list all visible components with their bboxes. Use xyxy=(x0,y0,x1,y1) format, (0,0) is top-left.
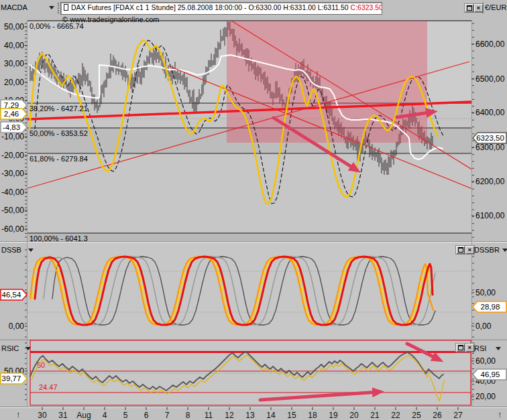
restore-icon xyxy=(458,247,463,253)
indicator-dropdown-label: RSI xyxy=(474,344,486,352)
rsi-level-label: 24.47 xyxy=(39,383,58,391)
x-axis-label: 6 xyxy=(144,411,149,420)
trading-app-window: { "panel1": { "left_indicator": "MACDA",… xyxy=(0,0,507,420)
axis-label: -10,00 xyxy=(1,132,24,141)
fib-label: 38,20% - 6427.21 xyxy=(30,104,88,113)
fib-label: 61,80% - 6279.84 xyxy=(30,155,88,163)
axis-label: 20,00 xyxy=(4,78,24,87)
restore-button[interactable] xyxy=(455,343,465,352)
value-callout-rsi: 46,95 xyxy=(473,369,506,380)
svg-text:6323,50: 6323,50 xyxy=(476,134,504,142)
x-axis-label: 26 xyxy=(433,411,442,420)
chevron-down-icon xyxy=(25,347,31,353)
axis-label: -30,00 xyxy=(1,169,24,178)
x-axis-label: 7 xyxy=(165,411,170,420)
chevron-down-icon xyxy=(496,347,501,353)
indicator-dropdown-label: DSSBR xyxy=(474,246,500,254)
indicator-dropdown-macda[interactable]: MACDA xyxy=(1,3,54,12)
x-axis-label: 21 xyxy=(370,411,380,420)
main-panel-header: MACDA DAX Futures [FDAX c1 1 Stunde] 25.… xyxy=(0,0,507,16)
close-button[interactable]: × xyxy=(465,245,475,255)
close-icon: × xyxy=(468,345,471,351)
close-button[interactable]: × xyxy=(465,343,475,352)
scroll-arrow-left[interactable]: ↑ xyxy=(16,409,21,419)
scale-dropdown-label: €/EUR xyxy=(485,3,506,11)
x-axis-label: 14 xyxy=(266,411,276,420)
x-axis-label: 12 xyxy=(225,411,234,420)
x-axis-label: 8 xyxy=(186,411,190,420)
value-callout-rsic: 39,77 xyxy=(1,373,27,384)
x-axis-label: 4 xyxy=(103,411,107,420)
chevron-down-icon xyxy=(28,249,34,255)
axis-label: 50,00 xyxy=(4,22,24,31)
axis-label: 6600,00 xyxy=(475,40,505,49)
restore-icon xyxy=(467,5,472,11)
rsi-panel-header: RSIC × RSI xyxy=(0,342,507,355)
plot-band xyxy=(27,233,471,241)
x-axis-label: 19 xyxy=(329,411,338,420)
indicator-dropdown-label: MACDA xyxy=(1,3,27,11)
x-axis: 3031Aug4567811121314151819202122252627 xyxy=(38,407,463,420)
x-axis-label: 15 xyxy=(287,411,296,420)
axis-label: -60,00 xyxy=(1,224,24,234)
chevron-down-icon xyxy=(49,6,54,12)
price-axis-labels: 6600,006500,006400,006300,006200,006100,… xyxy=(471,40,505,220)
axis-label: 6400,00 xyxy=(475,108,505,117)
svg-text:46,54: 46,54 xyxy=(2,291,21,299)
x-axis-label: 5 xyxy=(123,411,128,420)
svg-text:2,46: 2,46 xyxy=(4,110,19,118)
axis-label: 6500,00 xyxy=(475,74,505,84)
axis-label: 6300,00 xyxy=(475,143,505,152)
axis-label: -20,00 xyxy=(1,151,24,160)
right-axis-minor-ticks xyxy=(472,23,474,237)
x-axis-label: 11 xyxy=(205,411,213,420)
axis-label: 0,00 xyxy=(475,322,492,331)
instrument-icon xyxy=(64,4,68,11)
close-icon: × xyxy=(477,5,480,11)
svg-text:-4,83: -4,83 xyxy=(3,123,20,131)
value-callout-macd: 2,46 xyxy=(1,109,27,119)
dssb-right-ticks xyxy=(472,250,474,337)
svg-text:46,95: 46,95 xyxy=(481,370,500,378)
value-callout-dssbr: 28,98 xyxy=(473,301,506,312)
scale-dropdown-eur[interactable]: €/EUR xyxy=(485,3,506,12)
chart-title-box: DAX Futures [FDAX c1 1 Stunde] 25.08.200… xyxy=(60,2,382,15)
restore-icon xyxy=(458,345,463,350)
indicator-dropdown-label: DSSB xyxy=(1,246,21,254)
svg-text:7,29: 7,29 xyxy=(4,101,19,109)
copyright: © www.tradesignalonline.com xyxy=(62,15,159,23)
highlight-region xyxy=(227,21,427,143)
restore-button[interactable] xyxy=(455,245,465,255)
indicator-dropdown-rsic[interactable]: RSIC xyxy=(1,344,31,353)
indicator-dropdown-rsi[interactable]: RSI xyxy=(474,344,501,353)
dssb-panel-header: DSSB × DSSBR xyxy=(0,243,507,257)
axis-label: 50,00 xyxy=(475,288,496,297)
chart-close-value: C:6323.50 xyxy=(351,3,382,11)
axis-label: 30,00 xyxy=(4,59,24,68)
value-callout-macd: -4,83 xyxy=(1,122,27,133)
value-callout-dssb: 46,54 xyxy=(1,289,27,300)
x-axis-label: 30 xyxy=(38,411,47,420)
x-axis-label: 31 xyxy=(58,411,68,420)
axis-label: 20,00 xyxy=(475,392,496,401)
chevron-down-icon xyxy=(502,249,507,255)
x-axis-label: 18 xyxy=(308,411,317,420)
svg-text:28,98: 28,98 xyxy=(481,303,500,311)
left-axis-minor-ticks xyxy=(25,23,27,237)
axis-label: -50,00 xyxy=(1,206,24,215)
x-axis-label: 20 xyxy=(349,411,359,420)
axis-label: 0,00 xyxy=(9,322,25,331)
plot-band xyxy=(27,153,471,233)
indicator-dropdown-dssb[interactable]: DSSB xyxy=(1,245,34,255)
restore-button[interactable] xyxy=(464,3,474,13)
fib-label: 100,00% - 6041.3 xyxy=(30,234,88,242)
axis-label: 60,00 xyxy=(475,356,496,366)
scroll-arrow-right[interactable]: ↑ xyxy=(498,409,502,419)
x-axis-label: 22 xyxy=(391,411,400,420)
x-axis-label: Aug xyxy=(76,411,91,420)
axis-label: 6200,00 xyxy=(475,177,505,186)
close-icon: × xyxy=(468,247,471,253)
svg-text:39,77: 39,77 xyxy=(2,374,21,382)
indicator-dropdown-dssbr[interactable]: DSSBR xyxy=(474,245,506,255)
x-axis-label: 27 xyxy=(453,411,463,420)
